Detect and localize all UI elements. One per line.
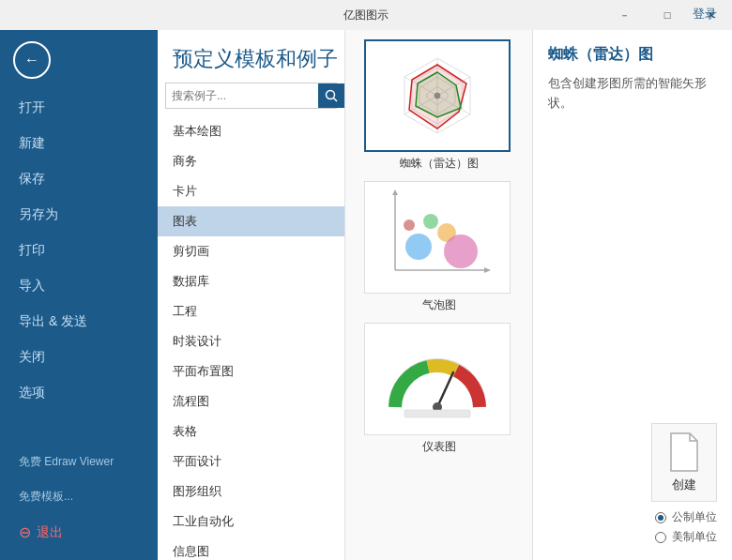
gauge-chart: [376, 337, 498, 421]
content-title: 预定义模板和例子: [158, 30, 344, 83]
sidebar-item-saveas[interactable]: 另存为: [0, 197, 158, 233]
category-item-chart[interactable]: 图表: [158, 206, 344, 236]
radar-chart: [376, 44, 498, 147]
category-item-flat[interactable]: 平面设计: [158, 446, 344, 477]
svg-line-1: [334, 98, 338, 102]
category-item-business[interactable]: 商务: [158, 146, 344, 176]
unit-metric-radio[interactable]: [655, 512, 666, 523]
exit-icon: ⊖: [19, 523, 31, 541]
sidebar-item-viewer[interactable]: 免费 Edraw Viewer: [0, 445, 158, 479]
info-panel: 蜘蛛（雷达）图 包含创建形图所需的智能矢形状。 创建 公制单位: [533, 30, 732, 560]
svg-point-22: [423, 214, 438, 229]
main-layout: ← 打开 新建 保存 另存为 打印 导入 导出 & 发送 关闭 选项 免费 Ed…: [0, 30, 732, 560]
category-item-org[interactable]: 图形组织: [158, 477, 344, 507]
file-icon: [667, 431, 701, 473]
unit-imperial-radio[interactable]: [655, 532, 666, 543]
info-title: 蜘蛛（雷达）图: [548, 45, 717, 65]
search-icon: [325, 89, 338, 102]
svg-rect-26: [404, 410, 470, 417]
category-item-floor[interactable]: 平面布置图: [158, 356, 344, 386]
create-label: 创建: [672, 477, 696, 493]
sidebar-item-open[interactable]: 打开: [0, 90, 158, 126]
category-item-flowchart[interactable]: 流程图: [158, 386, 344, 416]
category-item-basic[interactable]: 基本绘图: [158, 116, 344, 146]
unit-metric[interactable]: 公制单位: [655, 509, 717, 525]
category-list: 基本绘图 商务 卡片 图表 剪切画 数据库 工程 时装设计 平面布置图 流程图 …: [158, 116, 344, 560]
exit-label: 退出: [37, 524, 63, 541]
search-input[interactable]: [166, 89, 318, 102]
titlebar: 亿图图示 － □ ✕: [0, 0, 732, 30]
template-label-radar: 蜘蛛（雷达）图: [364, 156, 514, 175]
template-label-bubble: 气泡图: [364, 297, 514, 317]
template-item-bubble[interactable]: 气泡图: [364, 181, 514, 317]
template-thumb-radar: [364, 39, 511, 152]
content-area: 预定义模板和例子 基本绘图 商务 卡片 图表 剪切画 数据库 工程 时装设计: [158, 30, 732, 560]
create-button[interactable]: 创建: [651, 423, 717, 502]
sidebar-item-templates[interactable]: 免费模板...: [0, 479, 158, 514]
sidebar-item-print[interactable]: 打印: [0, 233, 158, 268]
create-section: 创建 公制单位 美制单位: [548, 423, 717, 545]
category-item-database[interactable]: 数据库: [158, 266, 344, 296]
category-item-infographic[interactable]: 信息图: [158, 537, 344, 560]
template-panel: 蜘蛛（雷达）图: [345, 30, 533, 560]
svg-marker-17: [484, 267, 491, 273]
sidebar-item-new[interactable]: 新建: [0, 126, 158, 161]
info-description: 包含创建形图所需的智能矢形状。: [548, 74, 717, 114]
sidebar-item-close[interactable]: 关闭: [0, 340, 158, 375]
category-item-table[interactable]: 表格: [158, 416, 344, 446]
unit-imperial[interactable]: 美制单位: [655, 529, 717, 545]
search-button[interactable]: [318, 83, 344, 108]
minimize-button[interactable]: －: [602, 0, 646, 30]
unit-metric-label: 公制单位: [672, 509, 717, 525]
category-item-card[interactable]: 卡片: [158, 176, 344, 206]
svg-point-23: [404, 219, 415, 231]
back-button[interactable]: ←: [13, 41, 51, 79]
category-item-engineering[interactable]: 工程: [158, 296, 344, 326]
category-item-clip[interactable]: 剪切画: [158, 236, 344, 266]
search-bar: [165, 83, 337, 109]
template-thumb-bubble: [364, 181, 511, 294]
svg-point-19: [405, 234, 432, 260]
unit-imperial-label: 美制单位: [672, 529, 717, 545]
template-item-radar[interactable]: 蜘蛛（雷达）图: [364, 39, 514, 175]
bubble-chart: [376, 186, 498, 289]
back-icon: ←: [24, 52, 39, 68]
template-thumb-gauge: [364, 323, 511, 435]
svg-point-14: [435, 93, 440, 98]
template-label-gauge: 仪表图: [364, 439, 514, 459]
maximize-button[interactable]: □: [646, 0, 689, 30]
template-item-gauge[interactable]: 仪表图: [364, 323, 514, 459]
svg-marker-18: [392, 189, 398, 195]
category-item-industrial[interactable]: 工业自动化: [158, 507, 344, 537]
app-title: 亿图图示: [343, 8, 389, 23]
category-panel: 预定义模板和例子 基本绘图 商务 卡片 图表 剪切画 数据库 工程 时装设计: [158, 30, 345, 560]
sidebar-item-options[interactable]: 选项: [0, 375, 158, 411]
sidebar-item-save[interactable]: 保存: [0, 161, 158, 197]
svg-point-21: [444, 235, 478, 268]
sidebar-item-exit[interactable]: ⊖ 退出: [0, 514, 158, 551]
svg-point-0: [327, 91, 335, 99]
unit-radio-group: 公制单位 美制单位: [655, 509, 717, 545]
sidebar-item-import[interactable]: 导入: [0, 268, 158, 304]
sidebar: ← 打开 新建 保存 另存为 打印 导入 导出 & 发送 关闭 选项 免费 Ed…: [0, 30, 158, 560]
sidebar-bottom: 免费 Edraw Viewer 免费模板... ⊖ 退出: [0, 445, 158, 560]
svg-line-24: [437, 372, 453, 407]
sidebar-item-export[interactable]: 导出 & 发送: [0, 304, 158, 340]
category-item-fashion[interactable]: 时装设计: [158, 326, 344, 356]
